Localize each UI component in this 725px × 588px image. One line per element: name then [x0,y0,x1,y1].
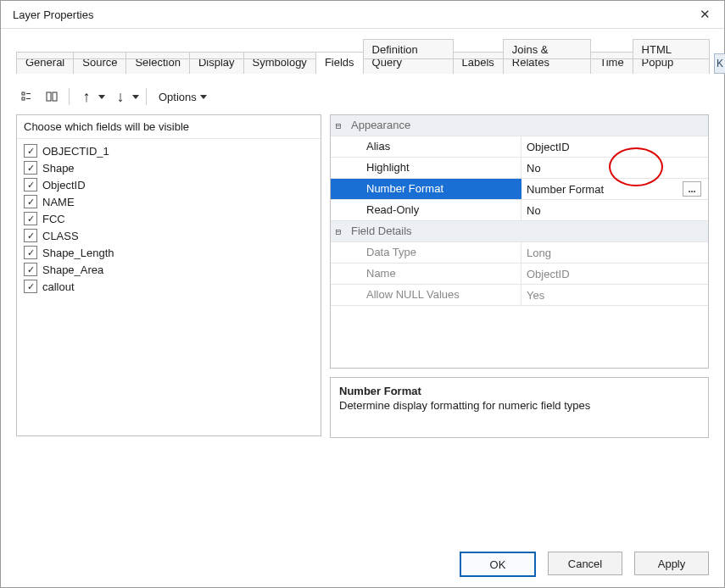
propgrid-value-text: ObjectID [527,268,570,280]
spacer [331,285,346,305]
field-item[interactable]: ✓Shape_Area [22,261,315,278]
tab-general[interactable]: General [16,52,74,74]
cancel-button[interactable]: Cancel [548,552,622,575]
behind-dialog-ok-fragment: K [714,53,725,74]
propgrid-value-text: No [527,162,541,175]
field-item[interactable]: ✓ObjectID [22,176,315,193]
propgrid-category-label: Appearance [346,115,708,136]
field-label: callout [42,280,75,293]
collapse-toggle-icon[interactable]: ⊟ [331,115,346,136]
cancel-label: Cancel [568,557,602,570]
tab-source[interactable]: Source [73,52,126,74]
toolbar-separator-2 [146,88,147,105]
propgrid-value[interactable]: No [521,158,708,178]
spacer [331,158,346,178]
tab-time[interactable]: Time [590,52,633,74]
propgrid-value-text: Yes [527,289,544,302]
field-checkbox[interactable]: ✓ [24,178,37,191]
field-checkbox[interactable]: ✓ [24,263,37,276]
fields-toolbar: ↑ ↓ Options [1,82,724,111]
propgrid-category-field-details[interactable]: ⊟Field Details [331,221,708,242]
propgrid-value[interactable]: ObjectID [521,136,708,157]
apply-label: Apply [658,557,686,570]
tab-strip: GeneralSourceSelectionDisplaySymbologyFi… [1,29,724,74]
field-checkbox[interactable]: ✓ [24,144,37,158]
field-checkbox[interactable]: ✓ [24,280,37,293]
propgrid-row-data-type[interactable]: Data TypeLong [331,242,708,263]
property-description-title: Number Format [339,385,700,397]
body-area: Choose which fields will be visible ✓OBJ… [1,114,724,438]
property-description-box: Number Format Determine display formatti… [330,377,709,438]
field-item[interactable]: ✓OBJECTID_1 [22,142,315,159]
toolbar-separator [69,88,70,105]
propgrid-value[interactable]: Number Format... [521,179,708,199]
move-down-dropdown-icon[interactable] [132,95,139,99]
field-item[interactable]: ✓Shape_Length [22,244,315,261]
field-label: CLASS [42,230,79,242]
propgrid-key: Highlight [346,158,521,178]
move-down-button[interactable]: ↓ [110,87,131,106]
options-label: Options [159,91,197,103]
ellipsis-button[interactable]: ... [683,181,701,197]
tab-fields[interactable]: Fields [315,52,364,74]
field-item[interactable]: ✓callout [22,278,315,295]
collapse-toggle-icon[interactable]: ⊟ [331,221,346,241]
tab-symbology[interactable]: Symbology [243,52,316,74]
apply-button[interactable]: Apply [634,552,709,575]
field-checkbox[interactable]: ✓ [24,195,37,208]
propgrid-key: Read-Only [346,200,521,220]
view-columns-icon[interactable] [42,87,62,106]
propgrid-key: Number Format [346,179,521,199]
propgrid-key: Data Type [346,242,521,263]
tab-display[interactable]: Display [189,52,244,74]
propgrid-value: ObjectID [521,263,708,284]
field-checkbox[interactable]: ✓ [24,246,37,259]
propgrid-key: Allow NULL Values [346,285,521,305]
view-list-icon[interactable] [16,87,36,106]
propgrid-value-text: Long [527,247,551,259]
propgrid-row-alias[interactable]: AliasObjectID [331,136,708,158]
ok-button[interactable]: OK [460,552,536,577]
move-up-button[interactable]: ↑ [76,87,97,106]
propgrid-value[interactable]: No [521,200,708,220]
window-title: Layer Properties [13,8,692,21]
options-caret-icon [200,95,207,99]
propgrid-row-highlight[interactable]: HighlightNo [331,158,708,179]
propgrid-category-label: Field Details [346,221,708,241]
field-checkbox[interactable]: ✓ [24,161,37,175]
options-menu[interactable]: Options [153,89,212,105]
svg-rect-1 [22,97,25,100]
propgrid-row-number-format[interactable]: Number FormatNumber Format... [331,179,708,200]
field-checkbox[interactable]: ✓ [24,212,37,225]
field-item[interactable]: ✓FCC [22,210,315,227]
propgrid-row-allow-null-values[interactable]: Allow NULL ValuesYes [331,285,708,306]
propgrid-row-read-only[interactable]: Read-OnlyNo [331,200,708,221]
move-up-dropdown-icon[interactable] [98,95,105,99]
propgrid-value-text: No [527,204,541,217]
propgrid-value: Long [521,242,708,263]
field-label: FCC [42,213,65,225]
field-item[interactable]: ✓CLASS [22,227,315,244]
tab-labels[interactable]: Labels [453,52,504,74]
spacer [331,200,346,220]
dialog-buttons: OK Cancel Apply [460,552,709,577]
field-item[interactable]: ✓Shape [22,159,315,176]
propgrid-category-appearance[interactable]: ⊟Appearance [331,115,708,136]
tab-definition-query[interactable]: Definition Query [363,39,454,74]
propgrid-value: Yes [521,285,708,305]
ok-label: OK [490,558,506,571]
field-label: OBJECTID_1 [42,145,109,158]
right-column: ⊟AppearanceAliasObjectIDHighlightNoNumbe… [330,114,709,438]
fields-visibility-header: Choose which fields will be visible [17,115,321,139]
spacer [331,263,346,284]
field-checkbox[interactable]: ✓ [24,229,37,242]
tab-html-popup[interactable]: HTML Popup [633,39,710,74]
tab-joins-relates[interactable]: Joins & Relates [503,39,591,74]
propgrid-value-text: Number Format [527,183,604,196]
tab-selection[interactable]: Selection [125,52,189,74]
spacer [331,242,346,263]
close-button[interactable]: ✕ [692,7,717,22]
field-item[interactable]: ✓NAME [22,193,315,210]
field-label: Shape_Length [42,247,114,259]
propgrid-row-name[interactable]: NameObjectID [331,263,708,285]
